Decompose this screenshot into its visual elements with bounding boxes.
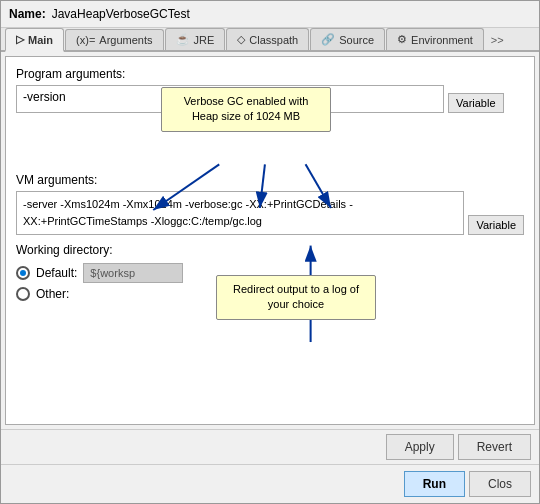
apply-revert-bar: Apply Revert bbox=[1, 429, 539, 464]
program-args-value: -version bbox=[23, 90, 66, 104]
main-tab-icon: ▷ bbox=[16, 33, 24, 46]
program-args-label: Program arguments: bbox=[16, 67, 524, 81]
tab-arguments[interactable]: (x)= Arguments bbox=[65, 29, 163, 50]
other-label: Other: bbox=[36, 287, 69, 301]
program-variable-button[interactable]: Variable bbox=[448, 93, 504, 113]
name-bar: Name: JavaHeapVerboseGCTest bbox=[1, 1, 539, 28]
classpath-tab-icon: ◇ bbox=[237, 33, 245, 46]
vm-args-label: VM arguments: bbox=[16, 173, 524, 187]
vm-variable-button[interactable]: Variable bbox=[468, 215, 524, 235]
environment-tab-label: Environment bbox=[411, 34, 473, 46]
tab-source[interactable]: 🔗 Source bbox=[310, 28, 385, 50]
main-tab-label: Main bbox=[28, 34, 53, 46]
default-dir-input[interactable]: ${worksp bbox=[83, 263, 183, 283]
tab-main[interactable]: ▷ Main bbox=[5, 28, 64, 52]
name-label: Name: bbox=[9, 7, 46, 21]
apply-button[interactable]: Apply bbox=[386, 434, 454, 460]
source-tab-icon: 🔗 bbox=[321, 33, 335, 46]
tab-classpath[interactable]: ◇ Classpath bbox=[226, 28, 309, 50]
tabs-more[interactable]: >> bbox=[485, 30, 510, 50]
arguments-panel: Program arguments: -version Variable Ver… bbox=[5, 56, 535, 425]
verbose-gc-callout-text: Verbose GC enabled with Heap size of 102… bbox=[184, 95, 309, 122]
run-close-bar: Run Clos bbox=[1, 464, 539, 503]
redirect-callout-text: Redirect output to a log of your choice bbox=[233, 283, 359, 310]
classpath-tab-label: Classpath bbox=[249, 34, 298, 46]
arguments-tab-label: Arguments bbox=[99, 34, 152, 46]
revert-button[interactable]: Revert bbox=[458, 434, 531, 460]
redirect-callout: Redirect output to a log of your choice bbox=[216, 275, 376, 320]
other-radio[interactable] bbox=[16, 287, 30, 301]
vm-args-row: -server -Xms1024m -Xmx1024m -verbose:gc … bbox=[16, 191, 524, 235]
close-button[interactable]: Clos bbox=[469, 471, 531, 497]
run-configuration-window: Name: JavaHeapVerboseGCTest ▷ Main (x)= … bbox=[0, 0, 540, 504]
default-radio[interactable] bbox=[16, 266, 30, 280]
tabs-bar: ▷ Main (x)= Arguments ☕ JRE ◇ Classpath … bbox=[1, 28, 539, 52]
source-tab-label: Source bbox=[339, 34, 374, 46]
environment-tab-icon: ⚙ bbox=[397, 33, 407, 46]
default-label: Default: bbox=[36, 266, 77, 280]
name-value: JavaHeapVerboseGCTest bbox=[52, 7, 190, 21]
jre-tab-icon: ☕ bbox=[176, 33, 190, 46]
vm-args-value: -server -Xms1024m -Xmx1024m -verbose:gc … bbox=[23, 198, 353, 227]
tab-environment[interactable]: ⚙ Environment bbox=[386, 28, 484, 50]
jre-tab-label: JRE bbox=[194, 34, 215, 46]
vm-args-input[interactable]: -server -Xms1024m -Xmx1024m -verbose:gc … bbox=[16, 191, 464, 235]
working-dir-label: Working directory: bbox=[16, 243, 524, 257]
arguments-tab-icon: (x)= bbox=[76, 34, 95, 46]
verbose-gc-callout: Verbose GC enabled with Heap size of 102… bbox=[161, 87, 331, 132]
default-dir-value: ${worksp bbox=[90, 267, 135, 279]
run-button[interactable]: Run bbox=[404, 471, 465, 497]
tab-jre[interactable]: ☕ JRE bbox=[165, 28, 226, 50]
